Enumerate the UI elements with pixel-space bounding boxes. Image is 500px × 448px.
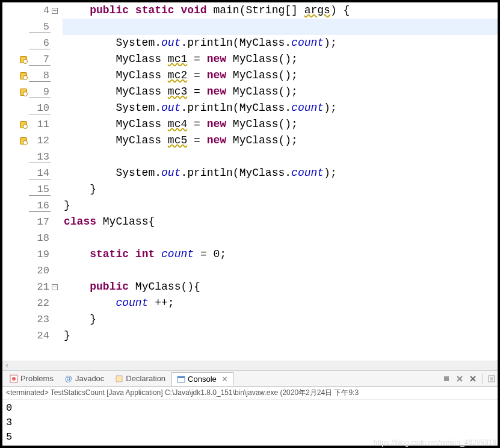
gutter-row[interactable]: 14 — [2, 165, 63, 181]
line-number[interactable]: 23 — [29, 314, 51, 325]
horizontal-scrollbar[interactable]: ‹ — [2, 361, 498, 370]
code-line[interactable]: MyClass mc4 = new MyClass(); — [63, 116, 498, 132]
code-line[interactable]: class MyClass{ — [63, 214, 498, 230]
gutter-row[interactable]: 9 — [2, 84, 63, 100]
gutter-row[interactable]: 19 — [2, 246, 63, 263]
code-token: out — [161, 37, 181, 49]
line-number[interactable]: 13 — [29, 151, 51, 163]
code-line[interactable]: System.out.println(MyClass.count); — [63, 35, 498, 51]
code-token: MyClass(); — [226, 69, 298, 81]
code-line[interactable]: } — [63, 311, 498, 328]
warning-icon[interactable] — [20, 56, 27, 63]
warning-icon[interactable] — [20, 89, 27, 96]
gutter-row[interactable]: 10 — [2, 100, 63, 116]
code-token: mc2 — [168, 69, 187, 81]
code-line[interactable]: count ++; — [63, 295, 498, 311]
line-number[interactable]: 17 — [29, 216, 51, 228]
code-token: count — [291, 37, 324, 49]
gutter-row[interactable]: 11 — [2, 116, 63, 132]
fold-collapse-icon[interactable] — [52, 284, 58, 290]
line-number[interactable]: 24 — [29, 330, 51, 341]
gutter-row[interactable]: 8 — [2, 67, 63, 84]
code-line[interactable]: public MyClass(){ — [63, 279, 498, 295]
svg-point-1 — [12, 377, 16, 381]
code-token: System. — [64, 167, 161, 179]
code-line[interactable]: System.out.println(MyClass.count); — [63, 100, 498, 116]
gutter-row[interactable]: 5 — [2, 19, 63, 35]
line-number[interactable]: 16 — [29, 200, 51, 212]
line-number[interactable]: 5 — [29, 21, 51, 33]
code-line[interactable] — [63, 263, 498, 279]
gutter-row[interactable]: 6 — [2, 35, 63, 51]
code-line[interactable]: } — [63, 181, 498, 198]
warning-icon[interactable] — [20, 121, 27, 128]
svg-rect-4 — [177, 376, 185, 378]
tab-declaration[interactable]: Declaration — [110, 372, 170, 385]
remove-launch-icon[interactable] — [441, 373, 452, 384]
line-number[interactable]: 14 — [29, 167, 51, 179]
line-number[interactable]: 12 — [29, 135, 51, 146]
tab-javadoc[interactable]: @ Javadoc — [60, 372, 109, 385]
gutter-row[interactable]: 20 — [2, 263, 63, 279]
line-number[interactable]: 9 — [29, 86, 51, 98]
code-line[interactable]: MyClass mc3 = new MyClass(); — [63, 84, 498, 100]
code-editor[interactable]: 456789101112131415161718192021222324 pub… — [2, 2, 498, 361]
marker-column — [18, 56, 29, 63]
remove-all-icon[interactable] — [454, 373, 465, 384]
gutter-row[interactable]: 23 — [2, 311, 63, 328]
line-number[interactable]: 11 — [29, 119, 51, 130]
gutter-row[interactable]: 7 — [2, 51, 63, 67]
scroll-left-icon[interactable]: ‹ — [5, 362, 9, 370]
line-number[interactable]: 10 — [29, 102, 51, 114]
line-number[interactable]: 6 — [29, 37, 51, 49]
console-output[interactable]: 035 — [2, 400, 498, 446]
code-token: mc4 — [168, 118, 187, 130]
pin-console-icon[interactable] — [486, 373, 497, 384]
fold-collapse-icon[interactable] — [52, 8, 58, 14]
line-number[interactable]: 8 — [29, 70, 51, 82]
gutter-row[interactable]: 16 — [2, 198, 63, 214]
code-token: .println(MyClass. — [181, 167, 291, 179]
code-line[interactable] — [63, 149, 498, 165]
gutter-row[interactable]: 4 — [2, 2, 63, 19]
code-line[interactable]: MyClass mc1 = new MyClass(); — [63, 51, 498, 67]
line-number[interactable]: 19 — [29, 249, 51, 260]
line-number[interactable]: 18 — [29, 232, 51, 244]
close-tab-icon[interactable]: ✕ — [221, 375, 228, 384]
tab-console[interactable]: Console ✕ — [171, 372, 233, 386]
code-line[interactable] — [63, 230, 498, 246]
code-token: count — [291, 167, 324, 179]
code-token: } — [64, 199, 70, 211]
gutter-row[interactable]: 24 — [2, 328, 63, 344]
gutter-row[interactable]: 12 — [2, 132, 63, 149]
marker-column — [18, 72, 29, 79]
code-token: public — [90, 281, 129, 293]
code-token: = — [187, 86, 206, 98]
tab-problems[interactable]: Problems — [5, 372, 58, 385]
gutter-row[interactable]: 21 — [2, 279, 63, 295]
code-line[interactable]: MyClass mc5 = new MyClass(); — [63, 132, 498, 149]
code-line[interactable] — [63, 19, 498, 35]
code-line[interactable]: } — [63, 328, 498, 344]
gutter-row[interactable]: 18 — [2, 230, 63, 246]
warning-icon[interactable] — [20, 137, 27, 145]
code-token: System. — [64, 102, 161, 114]
line-number[interactable]: 22 — [29, 297, 51, 309]
code-line[interactable]: MyClass mc2 = new MyClass(); — [63, 67, 498, 84]
gutter-row[interactable]: 15 — [2, 181, 63, 198]
code-line[interactable]: } — [63, 198, 498, 214]
code-line[interactable]: static int count = 0; — [63, 246, 498, 263]
line-number[interactable]: 20 — [29, 265, 51, 276]
line-number[interactable]: 7 — [29, 54, 51, 66]
gutter-row[interactable]: 17 — [2, 214, 63, 230]
line-number[interactable]: 21 — [29, 281, 51, 293]
line-number[interactable]: 4 — [29, 5, 51, 16]
clear-console-icon[interactable] — [468, 373, 478, 384]
line-number[interactable]: 15 — [29, 184, 51, 196]
gutter-row[interactable]: 22 — [2, 295, 63, 311]
gutter-row[interactable]: 13 — [2, 149, 63, 165]
code-line[interactable]: public static void main(String[] args) { — [63, 2, 498, 19]
warning-icon[interactable] — [20, 72, 27, 79]
code-area[interactable]: public static void main(String[] args) {… — [63, 2, 498, 361]
code-line[interactable]: System.out.println(MyClass.count); — [63, 165, 498, 181]
